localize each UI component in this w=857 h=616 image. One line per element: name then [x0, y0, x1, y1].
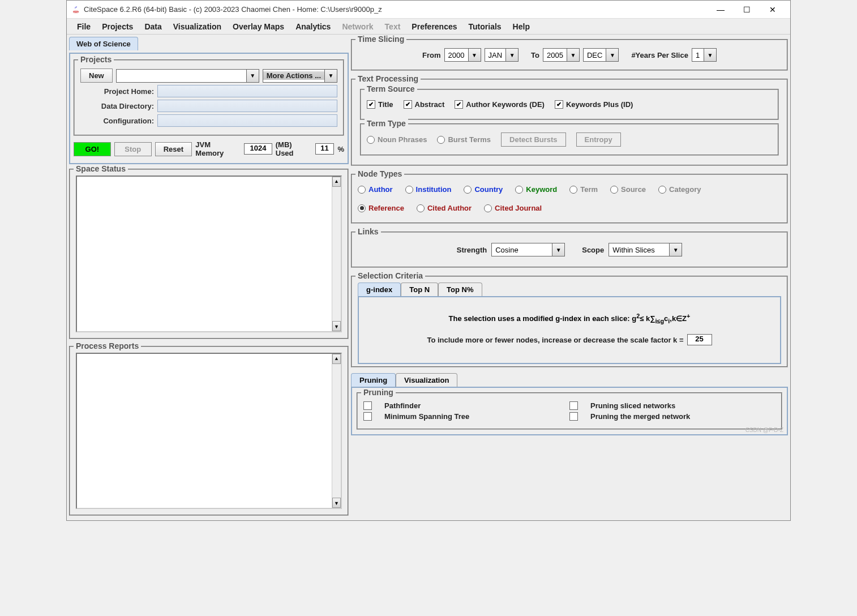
project-home-label: Project Home: [80, 87, 154, 96]
cited-author-radio[interactable] [417, 204, 425, 212]
tab-top-n-pct[interactable]: Top N% [438, 283, 482, 296]
scope-select[interactable]: Within Slices▼ [609, 243, 682, 256]
selection-criteria-legend: Selection Criteria [355, 271, 425, 280]
process-reports-legend: Process Reports [74, 341, 141, 350]
scrollbar[interactable]: ▲▼ [332, 177, 341, 331]
category-radio[interactable] [658, 186, 666, 194]
detect-bursts-button: Detect Bursts [501, 132, 566, 147]
java-icon [71, 5, 80, 14]
k-factor-input[interactable]: 25 [687, 334, 712, 345]
term-radio[interactable] [569, 186, 577, 194]
jvm-memory-label: JVM Memory [195, 140, 241, 157]
space-status-legend: Space Status [74, 164, 128, 173]
from-year-select[interactable]: 2000▼ [444, 48, 481, 62]
to-year-select[interactable]: 2005▼ [543, 48, 580, 62]
text-processing-legend: Text Processing [355, 74, 421, 83]
space-status-area: ▲▼ [76, 176, 342, 332]
tab-pruning[interactable]: Pruning [351, 373, 396, 387]
watermark: CSDN @F-D-Z [745, 427, 783, 433]
source-radio[interactable] [610, 186, 618, 194]
menu-text: Text [379, 20, 406, 33]
go-button[interactable]: GO! [74, 142, 111, 156]
entropy-button: Entropy [576, 132, 621, 147]
menu-help[interactable]: Help [507, 20, 535, 33]
new-button[interactable]: New [80, 69, 113, 83]
pruning-merged-checkbox[interactable] [569, 412, 578, 421]
strength-select[interactable]: Cosine▼ [491, 243, 565, 256]
projects-legend: Projects [78, 55, 114, 64]
close-button[interactable]: ✕ [760, 1, 786, 18]
strength-label: Strength [457, 246, 487, 254]
mb-used-label: (MB) Used [276, 140, 312, 157]
mst-checkbox[interactable] [363, 412, 372, 421]
reference-radio[interactable] [358, 204, 366, 212]
from-label: From [422, 51, 441, 59]
tab-top-n[interactable]: Top N [401, 283, 438, 296]
percent-label: % [337, 145, 344, 153]
term-type-legend: Term Type [365, 119, 408, 128]
titlebar: CiteSpace 6.2.R6 (64-bit) Basic - (c) 20… [67, 1, 790, 19]
keyword-radio[interactable] [515, 186, 523, 194]
window-title: CiteSpace 6.2.R6 (64-bit) Basic - (c) 20… [84, 5, 708, 14]
to-month-select[interactable]: DEC▼ [583, 48, 619, 62]
mb-used-value: 11 [315, 143, 335, 155]
menu-file[interactable]: File [71, 20, 96, 33]
configuration-label: Configuration: [80, 117, 154, 125]
process-reports-area: ▲▼ [76, 353, 342, 510]
pathfinder-checkbox[interactable] [363, 401, 372, 410]
pruning-legend: Pruning [361, 388, 396, 397]
tab-visualization[interactable]: Visualization [396, 373, 457, 387]
k-factor-label: To include more or fewer nodes, increase… [427, 336, 683, 344]
scope-label: Scope [582, 246, 604, 254]
to-label: To [531, 51, 539, 59]
menu-visualization[interactable]: Visualization [168, 20, 227, 33]
chevron-down-icon: ▼ [324, 70, 337, 82]
menu-preferences[interactable]: Preferences [406, 20, 462, 33]
menu-network: Network [336, 20, 379, 33]
term-source-legend: Term Source [365, 84, 417, 93]
configuration-input[interactable] [157, 114, 337, 127]
keywords-plus-checkbox[interactable] [555, 100, 563, 109]
menu-overlay-maps[interactable]: Overlay Maps [227, 20, 290, 33]
data-directory-input[interactable] [157, 100, 337, 112]
menu-projects[interactable]: Projects [96, 20, 139, 33]
years-per-slice-label: #Years Per Slice [631, 51, 688, 59]
institution-radio[interactable] [405, 186, 413, 194]
project-select[interactable]: ▼ [116, 69, 259, 83]
chevron-down-icon: ▼ [246, 70, 259, 82]
menubar: File Projects Data Visualization Overlay… [67, 19, 790, 35]
tab-g-index[interactable]: g-index [358, 283, 401, 296]
data-directory-label: Data Directory: [80, 102, 154, 110]
pruning-sliced-checkbox[interactable] [569, 401, 578, 410]
minimize-button[interactable]: — [708, 1, 734, 18]
menu-tutorials[interactable]: Tutorials [463, 20, 507, 33]
stop-button: Stop [114, 142, 152, 156]
maximize-button[interactable]: ☐ [734, 1, 760, 18]
menu-data[interactable]: Data [139, 20, 167, 33]
jvm-memory-value[interactable]: 1024 [244, 143, 272, 155]
more-actions-select[interactable]: More Actions ... ▼ [263, 69, 337, 83]
years-per-slice-select[interactable]: 1▼ [692, 48, 717, 62]
abstract-checkbox[interactable] [404, 100, 412, 109]
country-radio[interactable] [464, 186, 472, 194]
burst-terms-radio[interactable] [437, 136, 445, 144]
title-checkbox[interactable] [367, 100, 375, 109]
menu-analytics[interactable]: Analytics [290, 20, 336, 33]
author-keywords-checkbox[interactable] [455, 100, 463, 109]
project-home-input[interactable] [157, 85, 337, 97]
tab-web-of-science[interactable]: Web of Science [69, 37, 138, 50]
links-legend: Links [355, 227, 381, 236]
time-slicing-legend: Time Slicing [355, 35, 406, 44]
reset-button[interactable]: Reset [155, 142, 192, 156]
cited-journal-radio[interactable] [484, 204, 492, 212]
node-types-legend: Node Types [355, 169, 404, 178]
g-index-formula: The selection uses a modified g-index in… [449, 313, 691, 324]
noun-phrases-radio[interactable] [367, 136, 375, 144]
from-month-select[interactable]: JAN▼ [485, 48, 519, 62]
scrollbar[interactable]: ▲▼ [332, 354, 341, 508]
author-radio[interactable] [358, 186, 366, 194]
